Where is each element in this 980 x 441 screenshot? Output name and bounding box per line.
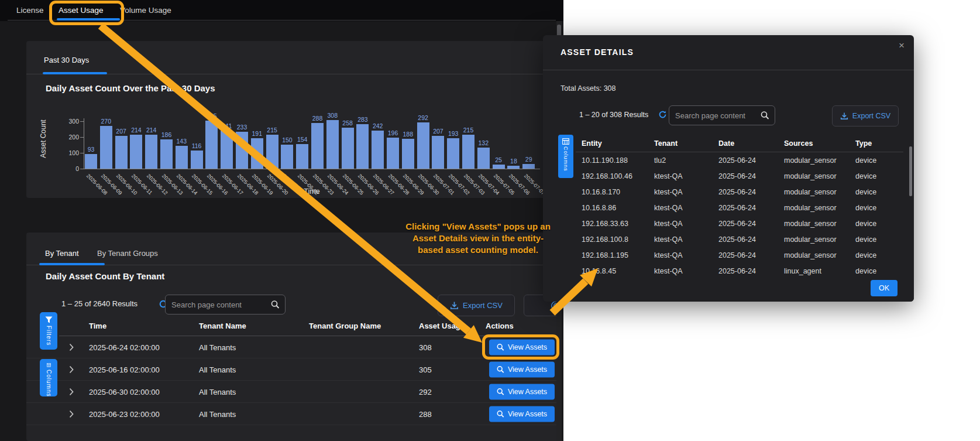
col-header-date[interactable]: Date (718, 139, 734, 148)
cell-tenant: ktest-QA (654, 220, 683, 228)
chart-bar (493, 165, 505, 169)
chart-bar (356, 124, 369, 169)
active-card-tab-underline (43, 72, 107, 74)
expand-chevron-icon[interactable] (69, 388, 74, 395)
daily-asset-count-card: Past 30 Days Daily Asset Count Over the … (26, 41, 559, 198)
bar-value-label: 305 (200, 112, 223, 119)
tab-by-tenant[interactable]: By Tenant (45, 249, 79, 258)
refresh-icon[interactable] (658, 110, 667, 119)
modal-search-input[interactable] (675, 106, 751, 125)
tab-license[interactable]: License (16, 6, 44, 15)
chart-title: Daily Asset Count Over the Past 30 Days (46, 83, 215, 93)
search-icon (497, 410, 504, 418)
close-icon[interactable]: × (899, 40, 905, 52)
y-axis-tick-label: 100 (52, 149, 79, 156)
expand-chevron-icon[interactable] (69, 410, 74, 418)
tab-by-tenant-groups[interactable]: By Tenant Groups (97, 249, 158, 258)
cell-sources: modular_sensor (784, 172, 837, 180)
col-header-actions: Actions (486, 322, 514, 330)
y-axis-tick-mark (80, 153, 84, 153)
tab-past-30-days[interactable]: Past 30 Days (44, 56, 89, 64)
filters-button[interactable]: Filters (40, 312, 57, 350)
bar-value-label: 215 (457, 127, 480, 134)
ok-button[interactable]: OK (871, 280, 898, 296)
cell-asset-usage: 292 (419, 387, 432, 396)
col-header-entity[interactable]: Entity (582, 139, 602, 148)
modal-export-csv-label: Export CSV (852, 112, 890, 120)
y-axis-tick-label: 0 (52, 165, 79, 172)
bar-value-label: 215 (260, 127, 284, 134)
cell-tenant: ktest-QA (654, 235, 683, 244)
view-assets-button[interactable]: View Assets (489, 384, 555, 399)
cell-entity: 10.16.8.170 (582, 188, 620, 196)
y-axis-tick-mark (80, 121, 84, 122)
tenant-table-body: 2025-06-24 02:00:00 All Tenants 308 View… (26, 336, 559, 425)
cell-asset-usage: 308 (419, 343, 432, 351)
expand-chevron-icon[interactable] (69, 365, 74, 373)
filter-funnel-icon (45, 316, 53, 323)
cell-asset-usage: 288 (419, 409, 432, 418)
cell-tenant: ktest-QA (654, 172, 683, 180)
col-header-tenant-group-name[interactable]: Tenant Group Name (309, 322, 381, 330)
bar-value-label: 29 (517, 156, 541, 163)
bar-value-label: 308 (321, 112, 344, 119)
cell-tenant: ktest-QA (654, 267, 683, 275)
cell-type: device (855, 156, 876, 165)
view-assets-label: View Assets (508, 388, 547, 396)
cell-tenant: ktest-QA (654, 251, 683, 259)
cell-sources: modular_sensor (784, 156, 837, 165)
cell-date: 2025-06-24 (718, 220, 756, 228)
view-assets-button[interactable]: View Assets (489, 339, 555, 355)
cell-sources: modular_sensor (784, 251, 837, 259)
asset-table-body: 10.11.190.188 tlu2 2025-06-24 modular_se… (543, 152, 914, 276)
y-axis-label: Asset Count (39, 107, 47, 171)
chart-bar (326, 120, 339, 169)
cell-entity: 192.168.33.63 (582, 220, 628, 228)
table-row: 2025-06-30 02:00:00 All Tenants 292 View… (26, 381, 559, 403)
view-assets-button[interactable]: View Assets (489, 361, 555, 377)
view-assets-button[interactable]: View Assets (489, 406, 555, 422)
chart-bar (221, 131, 233, 169)
total-assets-label: Total Assets: 308 (561, 84, 616, 93)
export-csv-label: Export CSV (463, 301, 503, 310)
cell-type: device (855, 204, 876, 212)
cell-tenant-name: All Tenants (199, 365, 236, 374)
columns-button[interactable]: Columns (40, 359, 57, 396)
col-header-tenant[interactable]: Tenant (654, 139, 678, 148)
chart-bar (236, 132, 248, 169)
cell-tenant-name: All Tenants (199, 343, 236, 351)
chart-bar (251, 138, 263, 169)
search-icon[interactable] (761, 111, 769, 120)
search-icon[interactable] (271, 300, 280, 309)
active-tab-underline (57, 18, 120, 20)
col-header-asset-usage[interactable]: Asset Usage (419, 322, 465, 330)
asset-row: 10.11.190.188 tlu2 2025-06-24 modular_se… (543, 152, 914, 168)
col-header-time[interactable]: Time (89, 322, 106, 330)
cell-entity: 10.11.190.188 (582, 156, 628, 165)
modal-scrollbar-thumb[interactable] (909, 146, 912, 196)
asset-row: 10.16.8.45 ktest-QA 2025-06-24 linux_age… (543, 263, 914, 276)
search-input[interactable] (171, 295, 257, 314)
asset-row: 10.16.8.170 ktest-QA 2025-06-24 modular_… (543, 184, 914, 200)
export-csv-button[interactable]: Export CSV (438, 295, 515, 316)
modal-header: ASSET DETAILS × (543, 35, 914, 70)
search-icon (497, 365, 504, 373)
col-header-tenant-name[interactable]: Tenant Name (199, 322, 246, 330)
cell-time: 2025-06-30 02:00:00 (89, 387, 160, 396)
bar-value-label: 154 (291, 136, 314, 143)
chart-bar (85, 154, 97, 169)
bar-value-label: 132 (472, 139, 495, 146)
col-header-type[interactable]: Type (855, 139, 872, 148)
cell-entity: 10.16.8.45 (582, 267, 616, 275)
view-assets-label: View Assets (508, 365, 547, 374)
col-header-sources[interactable]: Sources (784, 139, 813, 148)
table-row: 2025-06-16 02:00:00 All Tenants 305 View… (26, 358, 559, 381)
expand-chevron-icon[interactable] (69, 343, 74, 351)
modal-export-csv-button[interactable]: Export CSV (832, 105, 899, 127)
download-icon (450, 301, 459, 310)
cell-tenant-name: All Tenants (199, 387, 236, 396)
tab-asset-usage[interactable]: Asset Usage (59, 6, 104, 15)
tab-volume-usage[interactable]: Volume Usage (120, 6, 171, 15)
y-axis-tick-mark (80, 137, 84, 138)
cell-tenant-name: All Tenants (199, 409, 236, 418)
